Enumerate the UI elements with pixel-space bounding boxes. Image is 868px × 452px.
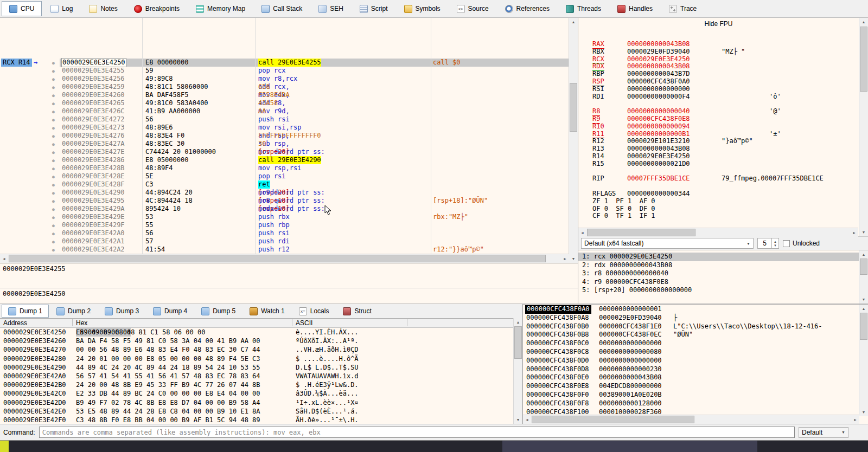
arg-count-spinner[interactable]: 5 ▲▼ xyxy=(757,238,779,249)
disasm-row[interactable]: ●0000029E0E3E429E53push rbxrbx:"MZ├" xyxy=(0,213,569,221)
stack-row[interactable]: 000000CFC438F0F80000000000128000 xyxy=(523,399,859,408)
breakpoint-dot[interactable]: ● xyxy=(52,238,55,246)
register-value[interactable]: 0000000000000094 xyxy=(627,123,690,131)
register-value[interactable]: 0000000000043B08 xyxy=(627,41,690,48)
stack-row[interactable]: 000000CFC438F0A80000029E0FD39040├ xyxy=(523,314,859,322)
register-row[interactable]: R1100000000000000B1'±' xyxy=(578,131,859,138)
scroll-right-icon[interactable]: ► xyxy=(561,254,569,263)
register-row[interactable]: RIP00007FFF35DBE1CE79_ffmpeg.00007FFF35D… xyxy=(578,175,859,183)
argument-row[interactable]: 2: rdx 0000000000043B08 xyxy=(578,261,859,270)
register-row[interactable]: RBP0000000000043B7D xyxy=(578,70,859,78)
tab-seh[interactable]: SEH xyxy=(311,1,351,16)
scrollbar-thumb[interactable] xyxy=(570,83,577,132)
breakpoint-dot[interactable]: ● xyxy=(52,140,55,148)
register-value[interactable]: 000000CFC438F0A0 xyxy=(627,78,690,86)
breakpoint-dot[interactable]: ● xyxy=(52,108,55,116)
register-value[interactable]: 0000000000043B7D xyxy=(627,70,690,78)
breakpoint-dot[interactable]: ● xyxy=(52,67,55,75)
tab-struct[interactable]: Struct xyxy=(336,305,378,318)
register-row[interactable]: RDX0000000000043B08 xyxy=(578,63,859,70)
dump-row[interactable]: 0000029E0E3E429044 89 4C 24 20 4C 89 44 … xyxy=(0,363,513,372)
scroll-down-icon[interactable]: ▼ xyxy=(569,255,578,263)
tab-breakpoints[interactable]: Breakpoints xyxy=(126,1,187,16)
disasm-row[interactable]: ●0000029E0E3E4286E8 05000000call 29E0E3E… xyxy=(0,156,569,164)
tab-dump-3[interactable]: Dump 3 xyxy=(98,305,145,318)
stack-row[interactable]: 000000CFC438F0D80000000000000230 xyxy=(523,365,859,374)
stack-hscrollbar[interactable]: ◄► xyxy=(523,415,859,424)
disasm-vscrollbar[interactable]: ▲▼ xyxy=(569,18,578,263)
column-separator[interactable] xyxy=(255,18,256,254)
register-value[interactable]: 0000029E101E3210 xyxy=(627,138,690,145)
disasm-row[interactable]: RCX R14→●0000029E0E3E4250E8 00000000call… xyxy=(0,59,569,67)
disasm-hscrollbar[interactable]: ◄► xyxy=(0,254,569,263)
scrollbar-thumb[interactable] xyxy=(514,326,522,359)
register-row[interactable]: OF 0 SF 0 DF 0 xyxy=(578,205,859,213)
scroll-left-icon[interactable]: ◄ xyxy=(523,415,531,424)
scroll-right-icon[interactable]: ► xyxy=(851,415,859,424)
disasm-row[interactable]: ●0000029E0E3E42A241:54push r12r12:"}}aô™… xyxy=(0,246,569,254)
register-value[interactable]: 0000029E0E3E4250 xyxy=(627,56,690,63)
command-input[interactable] xyxy=(39,427,795,438)
register-row[interactable]: RAX0000000000043B08 xyxy=(578,41,859,48)
disasm-row[interactable]: ●0000029E0E3E429F55push rbp xyxy=(0,221,569,229)
register-value[interactable]: 00000000000021D0 xyxy=(627,160,690,168)
breakpoint-dot[interactable]: ● xyxy=(52,148,55,157)
disasm-row[interactable]: ●0000029E0E3E428FC3ret xyxy=(0,180,569,189)
breakpoint-dot[interactable]: ● xyxy=(52,59,55,67)
tab-threads[interactable]: Threads xyxy=(558,1,609,16)
stack-row[interactable]: 000000CFC438F0C80000000000000080 xyxy=(523,348,859,357)
stack-row[interactable]: 000000CFC438F0B8000000CFC438F0EC"ØÜN" xyxy=(523,331,859,339)
stack-row[interactable]: 000000CFC438F0C00000000000000000 xyxy=(523,339,859,348)
unlocked-checkbox[interactable]: Unlocked xyxy=(783,240,820,247)
breakpoint-dot[interactable]: ● xyxy=(52,181,55,189)
breakpoint-dot[interactable]: ● xyxy=(52,116,55,124)
scroll-down-icon[interactable]: ▼ xyxy=(859,408,868,416)
register-row[interactable]: RFLAGS0000000000000344 xyxy=(578,190,859,198)
register-value[interactable]: 0000000000000344 xyxy=(627,190,690,198)
dump-row[interactable]: 0000029E0E3E4260BA DA F4 58 F5 49 81 C0 … xyxy=(0,337,513,345)
stack-row[interactable]: 000000CFC438F0A00000000000000001 xyxy=(523,305,859,314)
breakpoint-dot[interactable]: ● xyxy=(52,189,55,197)
scroll-up-icon[interactable]: ▲ xyxy=(859,250,868,259)
registers-vscrollbar[interactable]: ▲▼ xyxy=(859,18,868,236)
register-row[interactable]: R120000029E101E3210"}aô™p©" xyxy=(578,138,859,145)
argument-row[interactable]: 5: [rsp+20] 0000000000000000 xyxy=(578,286,859,295)
stack-row[interactable]: 000000CFC438F0E8004EDCD800000000 xyxy=(523,382,859,391)
scroll-up-icon[interactable]: ▲ xyxy=(514,318,522,326)
disasm-row[interactable]: ●0000029E0E3E42A056push rsi xyxy=(0,229,569,237)
scrollbar-thumb[interactable] xyxy=(860,27,867,92)
column-separator[interactable] xyxy=(292,319,292,326)
breakpoint-dot[interactable]: ● xyxy=(52,165,55,173)
disasm-row[interactable]: ●0000029E0E3E426549:81C0 583A0400add r8,… xyxy=(0,99,569,107)
column-separator[interactable] xyxy=(407,319,407,326)
tab-cpu[interactable]: CPU xyxy=(2,1,42,16)
register-row[interactable]: RSI0000000000000000 xyxy=(578,86,859,93)
tab-handles[interactable]: Handles xyxy=(610,1,660,16)
disasm-row[interactable]: ●0000029E0E3E42954C:894424 18mov qword p… xyxy=(0,197,569,205)
disasm-row[interactable]: ●0000029E0E3E429A895424 10mov dword ptr … xyxy=(0,205,569,213)
tab-dump-4[interactable]: Dump 4 xyxy=(146,305,194,318)
dump-row[interactable]: 0000029E0E3E42F0C3 48 8B F0 E8 BB 04 00 … xyxy=(0,416,513,424)
tab-script[interactable]: Script xyxy=(352,1,395,16)
breakpoint-dot[interactable]: ● xyxy=(52,214,55,222)
dump-row[interactable]: 0000029E0E3E42A056 57 41 54 41 55 41 56 … xyxy=(0,372,513,380)
scroll-left-icon[interactable]: ◄ xyxy=(578,228,586,237)
dump-row[interactable]: 0000029E0E3E42B024 20 00 48 8B E9 45 33 … xyxy=(0,380,513,389)
dump-row[interactable]: 0000029E0E3E42D0B9 49 F7 02 78 4C 8B E8 … xyxy=(0,398,513,407)
spin-down-icon[interactable]: ▼ xyxy=(774,244,777,247)
tab-watch-1[interactable]: Watch 1 xyxy=(243,305,291,318)
disasm-row[interactable]: ●0000029E0E3E425559pop rcx xyxy=(0,67,569,75)
column-separator[interactable] xyxy=(142,18,143,254)
calling-convention-select[interactable]: Default (x64 fastcall) ▼ xyxy=(581,238,754,249)
register-value[interactable]: 0000029E0FD39040 xyxy=(627,48,690,56)
breakpoint-dot[interactable]: ● xyxy=(52,83,55,92)
scroll-up-icon[interactable]: ▲ xyxy=(859,18,868,26)
disasm-row[interactable]: ●0000029E0E3E42A157push rdi xyxy=(0,237,569,246)
disasm-row[interactable]: ●0000029E0E3E425948:81C1 58060000add rcx… xyxy=(0,83,569,91)
dump-row[interactable]: 0000029E0E3E42E053 E5 48 89 44 24 28 E8 … xyxy=(0,407,513,416)
scrollbar-thumb[interactable] xyxy=(860,313,867,340)
tab-dump-1[interactable]: Dump 1 xyxy=(2,305,49,318)
tab-trace[interactable]: Trace xyxy=(661,1,704,16)
register-row[interactable]: CF 0 TF 1 IF 1 xyxy=(578,212,859,220)
stack-row[interactable]: 000000CFC438F0D00000000000000000 xyxy=(523,357,859,365)
